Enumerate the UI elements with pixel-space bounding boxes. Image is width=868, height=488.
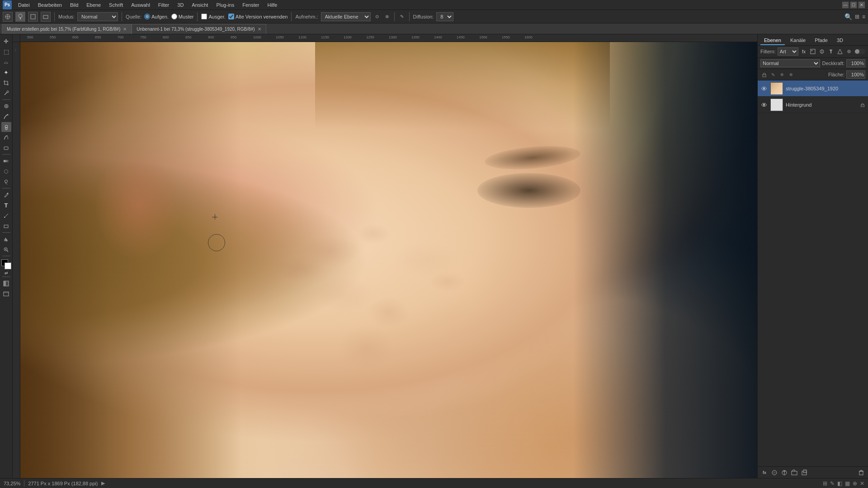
tab-0[interactable]: Muster erstellen.psdc bei 15,7% (Farbfül… [2,24,132,34]
crop-tool[interactable] [1,78,11,88]
ref-icon[interactable]: ⊙ [373,13,381,20]
magic-wand-tool[interactable]: ✦ [1,67,11,77]
filter-type-select[interactable]: Art [778,47,798,56]
brush-tool[interactable] [1,112,11,122]
layer-visibility-1[interactable] [760,101,768,108]
workspace-icon[interactable]: ≡ [862,14,865,20]
ref-select[interactable]: Aktuelle Ebene [321,12,371,21]
canvas-area[interactable]: 500 550 600 650 700 750 800 850 900 950 … [13,34,757,478]
aufgen-radio[interactable]: Aufgen. [144,14,169,19]
lock-image[interactable]: ✎ [769,71,777,78]
lock-transparency[interactable] [760,71,768,78]
gradient-tool[interactable] [1,156,11,166]
menu-plugins[interactable]: Plug-ins [212,1,238,9]
layer-fx-button[interactable]: fx [760,469,769,477]
move-tool[interactable]: ✛ [1,36,11,46]
eraser-tool[interactable] [1,143,11,153]
tab-1[interactable]: Unbenannt-1 bei 73,3% (struggle-3805349_… [132,24,266,34]
new-layer-button[interactable] [800,469,808,477]
status-icon-2[interactable]: ✎ [830,480,835,487]
zoom-tool[interactable] [1,244,11,254]
filter-toggle[interactable] [854,49,865,54]
filter-icon-smart[interactable] [845,48,853,55]
layer-item-0[interactable]: struggle-3805349_1920 [758,80,868,97]
diffusion-select[interactable]: 8 [436,12,453,21]
marquee-tool[interactable]: ⬚ [1,47,11,56]
close-button[interactable]: ✕ [858,1,865,9]
mode-select[interactable]: Normal [77,12,118,21]
group-button[interactable] [790,469,798,477]
history-brush-tool[interactable] [1,132,11,142]
menu-hilfe[interactable]: Hilfe [264,1,281,9]
lock-all[interactable]: ⊗ [788,71,795,78]
filter-icon-adjust[interactable] [818,48,826,55]
switch-colors-icon[interactable]: ⇄ [5,271,8,275]
filter-icon-fx[interactable]: fx [800,48,807,55]
spot-heal-tool[interactable] [1,101,11,111]
background-color[interactable] [5,263,11,269]
canvas-viewport[interactable] [20,42,757,478]
tab-ebenen[interactable]: Ebenen [760,36,785,45]
fill-input[interactable] [846,70,865,79]
tool-icon-1[interactable] [3,12,13,22]
brush-preview-icon[interactable]: ✎ [398,13,406,20]
tab-kanaele[interactable]: Kanäle [787,36,809,45]
aligned-checkbox[interactable]: Ausger. [201,14,225,19]
screen-mode-button[interactable] [1,289,11,299]
opacity-input[interactable] [846,59,865,67]
menu-schrift[interactable]: Schrift [105,1,127,9]
hand-tool[interactable] [1,234,11,244]
quick-mask-button[interactable] [1,278,11,288]
menu-filter[interactable]: Filter [155,1,173,9]
minimize-button[interactable]: — [842,1,849,9]
lasso-tool[interactable]: ⌓ [1,57,11,67]
blur-tool[interactable] [1,166,11,176]
tool-icon-3[interactable] [28,12,38,22]
filter-icon-pixel[interactable] [809,48,816,55]
search-icon[interactable]: 🔍 [844,13,852,20]
status-arrow[interactable]: ▶ [101,480,105,486]
tab-0-close[interactable]: ✕ [123,27,127,32]
clone-stamp-tool[interactable] [1,122,11,132]
maximize-button[interactable]: ☐ [850,1,857,9]
tool-icon-4[interactable] [41,12,51,22]
filter-icon-shape[interactable] [836,48,844,55]
muster-radio[interactable]: Muster [171,14,194,19]
blend-mode-select[interactable]: Normal [760,59,820,67]
menu-ansicht[interactable]: Ansicht [188,1,212,9]
dodge-tool[interactable] [1,177,11,187]
layer-item-1[interactable]: Hintergrund [758,97,868,113]
status-icon-4[interactable]: ▦ [845,480,850,487]
filter-icon-text[interactable]: T [827,48,835,55]
arrange-icon[interactable]: ⊞ [855,14,859,20]
menu-datei[interactable]: Datei [14,1,33,9]
menu-bearbeiten[interactable]: Bearbeiten [34,1,66,9]
menu-ebene[interactable]: Ebene [83,1,104,9]
menu-auswahl[interactable]: Auswahl [127,1,154,9]
pen-tool[interactable] [1,190,11,200]
status-icon-1[interactable]: ⊞ [823,480,827,487]
delete-layer-button[interactable] [857,469,865,477]
tab-3d[interactable]: 3D [833,36,847,45]
add-mask-button[interactable] [770,469,778,477]
sample-checkbox[interactable]: Alte Version verwenden [228,14,288,19]
tab-1-close[interactable]: ✕ [258,27,261,32]
status-icon-5[interactable]: ⊕ [853,480,857,487]
adjustment-button[interactable] [780,469,788,477]
tab-pfade[interactable]: Pfade [811,36,831,45]
text-tool[interactable]: T [1,200,11,210]
lock-position[interactable]: ⊕ [778,71,786,78]
ref-icon2[interactable]: ⊛ [383,13,391,20]
path-select-tool[interactable] [1,211,11,221]
status-icon-3[interactable]: ◧ [837,480,842,487]
menu-bild[interactable]: Bild [66,1,82,9]
app-icon[interactable]: Ps [3,0,12,9]
brush-icon[interactable] [15,12,25,22]
shape-tool[interactable] [1,221,11,231]
layer-visibility-0[interactable] [760,85,768,92]
status-icon-6[interactable]: ✕ [860,480,864,487]
menu-fenster[interactable]: Fenster [239,1,263,9]
eyedropper-tool[interactable] [1,88,11,98]
menu-3d[interactable]: 3D [174,1,187,9]
ref-label: Aufnehm.: [295,14,318,19]
